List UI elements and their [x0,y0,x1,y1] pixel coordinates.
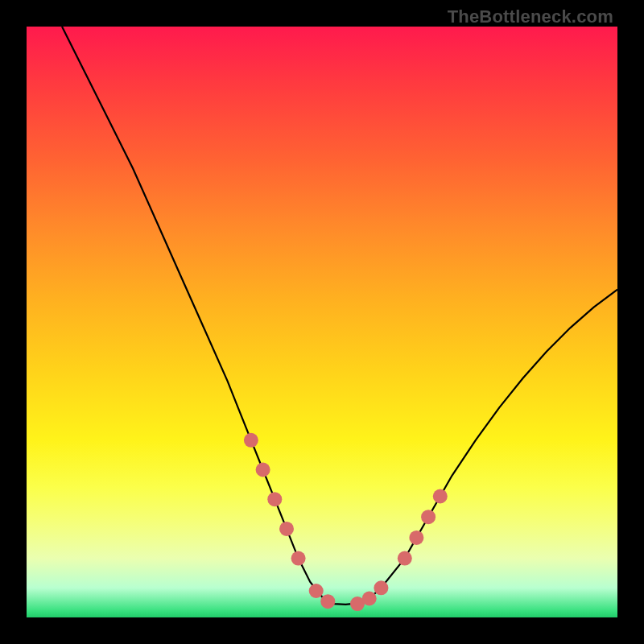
curve-marker [398,551,412,566]
watermark-text: TheBottleneck.com [448,6,613,27]
marker-group [244,433,448,611]
curve-marker [362,592,377,606]
curve-marker [267,492,282,506]
curve-marker [374,580,388,595]
curve-marker [409,530,423,545]
curve-marker [244,433,258,448]
chart-frame: TheBottleneck.com [0,0,644,644]
curve-marker [279,522,294,536]
curve-marker [421,510,436,524]
plot-area [27,27,617,617]
curve-marker [433,489,448,504]
curve-marker [291,551,306,566]
curve-marker [320,594,335,609]
curve-marker [256,463,270,477]
curve-svg [27,27,617,617]
bottleneck-curve [62,27,617,605]
curve-marker [309,584,324,598]
